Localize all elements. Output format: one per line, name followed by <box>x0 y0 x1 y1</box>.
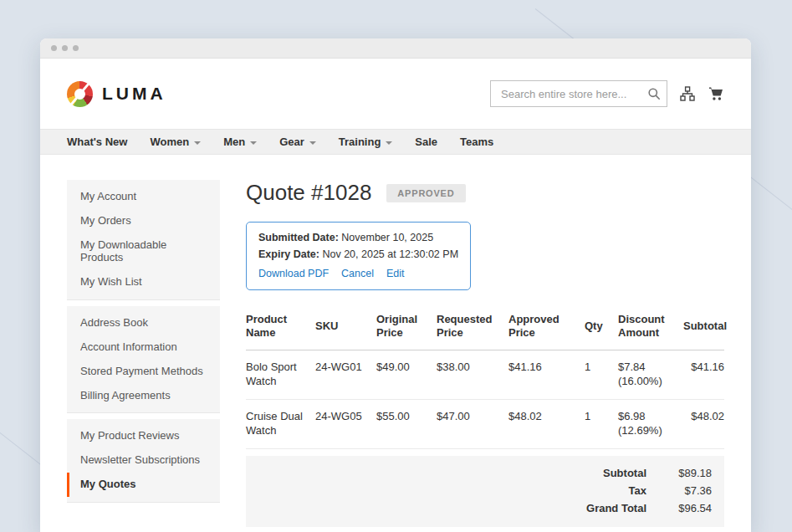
expiry-date-label: Expiry Date: <box>258 248 319 260</box>
cell-original-price: $55.00 <box>376 399 437 448</box>
nav-item-training[interactable]: Training <box>339 136 393 148</box>
total-row-tax: Tax $7.36 <box>629 482 712 499</box>
search-input[interactable] <box>490 80 667 107</box>
sidebar-item-account-information[interactable]: Account Information <box>67 335 220 360</box>
cell-sku: 24-WG05 <box>315 399 376 448</box>
cell-sku: 24-WG01 <box>315 350 376 400</box>
sidebar-item-my-quotes[interactable]: My Quotes <box>67 473 220 497</box>
download-pdf-link[interactable]: Download PDF <box>258 268 329 279</box>
sidebar-item-stored-payment-methods[interactable]: Stored Payment Methods <box>67 360 220 384</box>
table-header-row: Product Name SKU Original Price Requeste… <box>246 309 724 350</box>
chevron-down-icon <box>386 141 392 145</box>
site-header: LUMA <box>40 59 751 129</box>
luma-logo-icon <box>67 81 93 107</box>
quote-header: Quote #1028 APPROVED <box>246 180 724 206</box>
cell-requested-price: $47.00 <box>437 399 508 448</box>
page-content: My Account My Orders My Downloadable Pro… <box>40 155 751 532</box>
cell-qty: 1 <box>585 350 618 400</box>
luma-logo-text: LUMA <box>102 84 166 104</box>
cell-requested-price: $38.00 <box>437 350 508 400</box>
window-control-dot[interactable] <box>51 45 57 51</box>
discount-percent: (16.00%) <box>618 375 662 387</box>
sidebar-item-billing-agreements[interactable]: Billing Agreements <box>67 384 220 408</box>
sidebar-item-my-orders[interactable]: My Orders <box>67 209 220 233</box>
nav-item-label: Gear <box>279 136 304 148</box>
edit-link[interactable]: Edit <box>386 268 405 279</box>
quote-main: Quote #1028 APPROVED Submitted Date: Nov… <box>246 180 724 532</box>
chevron-down-icon <box>250 141 257 145</box>
page-title: Quote #1028 <box>246 180 371 206</box>
cell-subtotal: $41.16 <box>683 350 724 400</box>
cell-product-name: Cruise Dual Watch <box>246 399 315 448</box>
column-header-qty: Qty <box>585 309 618 350</box>
column-header-approved-price: Approved Price <box>508 309 585 350</box>
sidebar-item-newsletter-subscriptions[interactable]: Newsletter Subscriptions <box>67 448 220 473</box>
column-header-discount-amount: Discount Amount <box>618 309 683 350</box>
compare-icon[interactable] <box>680 86 695 101</box>
column-header-subtotal: Subtotal <box>683 309 724 350</box>
nav-item-women[interactable]: Women <box>150 136 201 148</box>
cart-icon[interactable] <box>708 85 724 102</box>
cell-approved-price: $41.16 <box>508 350 585 400</box>
quote-totals: Subtotal $89.18 Tax $7.36 Grand Total $9… <box>246 456 724 527</box>
cell-discount: $7.84 (16.00%) <box>618 350 683 400</box>
submitted-date-line: Submitted Date: November 10, 2025 <box>258 231 458 244</box>
sidebar-item-address-book[interactable]: Address Book <box>67 311 220 335</box>
total-value: $96.54 <box>668 502 712 514</box>
discount-percent: (12.69%) <box>618 424 662 437</box>
nav-item-label: Women <box>150 136 189 148</box>
nav-item-men[interactable]: Men <box>223 136 257 148</box>
column-header-requested-price: Requested Price <box>437 309 508 350</box>
total-label: Tax <box>629 484 646 497</box>
sidebar-item-my-downloadable-products[interactable]: My Downloadable Products <box>67 233 220 270</box>
browser-window: LUMA <box>40 38 751 532</box>
nav-item-label: Men <box>223 136 245 148</box>
total-row-grand-total: Grand Total $96.54 <box>586 499 712 517</box>
window-control-dot[interactable] <box>73 45 79 51</box>
column-header-original-price: Original Price <box>376 309 437 350</box>
cancel-link[interactable]: Cancel <box>341 268 374 279</box>
sidebar-group: My Product Reviews Newsletter Subscripti… <box>67 419 220 503</box>
sidebar-item-my-product-reviews[interactable]: My Product Reviews <box>67 424 220 448</box>
table-row: Cruise Dual Watch 24-WG05 $55.00 $47.00 … <box>246 399 724 448</box>
window-titlebar <box>40 38 751 59</box>
discount-amount: $6.98 <box>618 410 646 422</box>
nav-item-whats-new[interactable]: What's New <box>67 136 127 148</box>
quote-actions: Download PDF Cancel Edit <box>258 268 458 279</box>
quote-items-table: Product Name SKU Original Price Requeste… <box>246 309 724 449</box>
cell-original-price: $49.00 <box>376 350 437 400</box>
nav-item-label: What's New <box>67 136 127 148</box>
total-value: $89.18 <box>668 467 712 479</box>
nav-item-sale[interactable]: Sale <box>415 136 437 148</box>
window-control-dot[interactable] <box>62 45 68 51</box>
nav-item-label: Sale <box>415 136 437 148</box>
sidebar-group: My Account My Orders My Downloadable Pro… <box>67 180 220 300</box>
quote-info-box: Submitted Date: November 10, 2025 Expiry… <box>246 222 471 290</box>
chevron-down-icon <box>309 141 316 145</box>
nav-item-label: Teams <box>460 136 493 148</box>
total-row-subtotal: Subtotal $89.18 <box>603 464 712 482</box>
total-label: Grand Total <box>586 502 646 514</box>
total-value: $7.36 <box>668 484 712 497</box>
nav-item-teams[interactable]: Teams <box>460 136 493 148</box>
sidebar-item-my-account[interactable]: My Account <box>67 185 220 209</box>
total-label: Subtotal <box>603 467 646 479</box>
table-row: Bolo Sport Watch 24-WG01 $49.00 $38.00 $… <box>246 350 724 400</box>
column-header-sku: SKU <box>315 309 376 350</box>
expiry-date-value: Nov 20, 2025 at 12:30:02 PM <box>322 248 458 260</box>
cell-product-name: Bolo Sport Watch <box>246 350 315 400</box>
sidebar-group: Address Book Account Information Stored … <box>67 306 220 414</box>
nav-item-gear[interactable]: Gear <box>279 136 316 148</box>
account-sidebar: My Account My Orders My Downloadable Pro… <box>67 180 220 532</box>
submitted-date-label: Submitted Date: <box>258 232 339 243</box>
cell-approved-price: $48.02 <box>508 399 585 448</box>
header-right-cluster <box>490 80 724 107</box>
discount-amount: $7.84 <box>618 361 646 373</box>
search-box <box>490 80 667 107</box>
search-icon[interactable] <box>647 87 661 104</box>
chevron-down-icon <box>194 141 201 145</box>
status-badge: APPROVED <box>386 184 465 202</box>
sidebar-item-my-wish-list[interactable]: My Wish List <box>67 270 220 294</box>
luma-logo[interactable]: LUMA <box>67 81 166 107</box>
expiry-date-line: Expiry Date: Nov 20, 2025 at 12:30:02 PM <box>258 248 458 261</box>
